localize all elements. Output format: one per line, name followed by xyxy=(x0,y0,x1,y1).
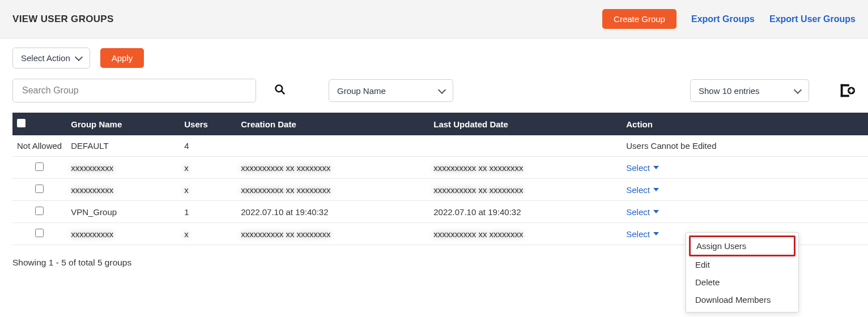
cell-creation-date: xxxxxxxxxx xx xxxxxxxx xyxy=(236,157,429,179)
table-header-row: Group Name Users Creation Date Last Upda… xyxy=(12,113,868,135)
cell-group-name: xxxxxxxxxx xyxy=(66,157,180,179)
col-header-action: Action xyxy=(622,113,868,135)
cell-users-link: x xyxy=(180,157,236,179)
page-title: VIEW USER GROUPS xyxy=(12,14,602,25)
cell-action-static: Users Cannot be Edited xyxy=(622,135,868,157)
row-action-select[interactable]: Select xyxy=(626,163,659,173)
row-checkbox[interactable] xyxy=(35,229,44,237)
cell-group-name: VPN_Group xyxy=(66,201,180,223)
menu-item-delete[interactable]: Delete xyxy=(690,273,795,291)
cell-users-link: x xyxy=(180,179,236,201)
create-group-button[interactable]: Create Group xyxy=(602,9,676,29)
menu-item-edit[interactable]: Edit xyxy=(690,256,795,273)
row-checkbox[interactable] xyxy=(35,207,44,215)
col-header-users: Users xyxy=(180,113,236,135)
caret-down-icon xyxy=(653,188,659,191)
page-size-label: Show 10 entries xyxy=(699,86,760,96)
search-input[interactable] xyxy=(22,85,246,96)
col-header-group-name: Group Name xyxy=(66,113,180,135)
filter-column-dropdown[interactable]: Group Name xyxy=(329,79,453,102)
select-action-dropdown[interactable]: Select Action xyxy=(12,48,90,68)
table-row: Not AllowedDEFAULT4Users Cannot be Edite… xyxy=(12,135,868,157)
row-check-label: Not Allowed xyxy=(12,135,66,157)
table-row: xxxxxxxxxxxxxxxxxxxxx xx xxxxxxxxxxxxxxx… xyxy=(12,157,868,179)
cell-users-link: x xyxy=(180,223,236,245)
cell-creation-date: xxxxxxxxxx xx xxxxxxxx xyxy=(236,179,429,201)
cell-updated-date: xxxxxxxxxx xx xxxxxxxx xyxy=(429,223,622,245)
add-column-icon[interactable] xyxy=(839,82,856,99)
row-action-label: Select xyxy=(626,163,650,173)
caret-down-icon xyxy=(653,210,659,213)
cell-updated-date: 2022.07.10 at 19:40:32 xyxy=(429,201,622,223)
col-header-creation-date: Creation Date xyxy=(236,113,429,135)
export-groups-link[interactable]: Export Groups xyxy=(691,14,755,24)
cell-users-link[interactable]: 1 xyxy=(180,201,236,223)
chevron-down-icon xyxy=(438,85,446,93)
search-icon[interactable] xyxy=(274,84,286,98)
row-action-select[interactable]: Select xyxy=(626,185,659,195)
search-group-wrapper xyxy=(12,79,256,102)
cell-creation-date: 2022.07.10 at 19:40:32 xyxy=(236,201,429,223)
row-checkbox[interactable] xyxy=(35,162,44,171)
export-user-groups-link[interactable]: Export User Groups xyxy=(769,14,856,24)
caret-down-icon xyxy=(653,166,659,169)
cell-creation-date xyxy=(236,135,429,157)
groups-table: Group Name Users Creation Date Last Upda… xyxy=(12,113,868,245)
row-action-select[interactable]: Select xyxy=(626,229,659,239)
cell-updated-date: xxxxxxxxxx xx xxxxxxxx xyxy=(429,179,622,201)
svg-rect-4 xyxy=(841,95,849,97)
chevron-down-icon xyxy=(794,85,802,93)
svg-rect-7 xyxy=(849,89,854,91)
svg-line-1 xyxy=(282,91,284,93)
menu-item-download-members[interactable]: Download Members xyxy=(690,291,795,309)
page-size-dropdown[interactable]: Show 10 entries xyxy=(690,79,809,102)
select-all-checkbox[interactable] xyxy=(17,119,25,127)
row-action-label: Select xyxy=(626,185,650,195)
svg-rect-3 xyxy=(841,84,849,87)
row-checkbox[interactable] xyxy=(35,185,44,193)
caret-down-icon xyxy=(653,232,659,235)
cell-group-name: DEFAULT xyxy=(66,135,180,157)
menu-item-assign-users[interactable]: Assign Users xyxy=(689,235,795,256)
cell-updated-date: xxxxxxxxxx xx xxxxxxxx xyxy=(429,157,622,179)
cell-group-name: xxxxxxxxxx xyxy=(66,223,180,245)
row-action-label: Select xyxy=(626,229,650,239)
cell-group-name: xxxxxxxxxx xyxy=(66,179,180,201)
row-action-menu: Assign Users Edit Delete Download Member… xyxy=(686,232,799,312)
filter-column-label: Group Name xyxy=(337,86,386,96)
table-row: xxxxxxxxxxxxxxxxxxxxx xx xxxxxxxxxxxxxxx… xyxy=(12,179,868,201)
chevron-down-icon xyxy=(75,53,83,61)
row-action-label: Select xyxy=(626,207,650,217)
select-action-label: Select Action xyxy=(21,53,70,63)
toolbar: Select Action Apply Group Name Show 10 e… xyxy=(0,38,868,102)
cell-users-link[interactable]: 4 xyxy=(180,135,236,157)
row-action-select[interactable]: Select xyxy=(626,207,659,217)
page-header: VIEW USER GROUPS Create Group Export Gro… xyxy=(0,0,868,38)
cell-updated-date xyxy=(429,135,622,157)
table-row: VPN_Group12022.07.10 at 19:40:322022.07.… xyxy=(12,201,868,223)
col-header-last-updated: Last Updated Date xyxy=(429,113,622,135)
apply-button[interactable]: Apply xyxy=(100,48,144,68)
cell-creation-date: xxxxxxxxxx xx xxxxxxxx xyxy=(236,223,429,245)
